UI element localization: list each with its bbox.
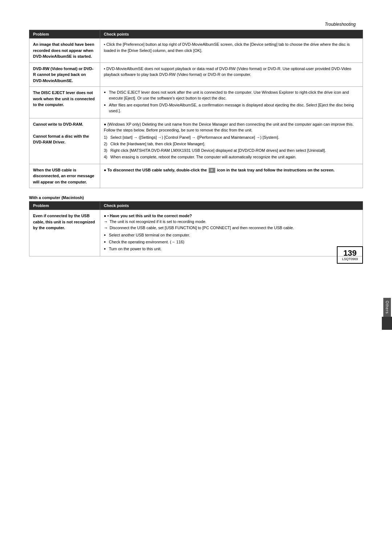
check-cell: The DISC EJECT lever does not work after… [100, 87, 363, 118]
page-number: 139 [342, 249, 358, 257]
mac-table: Problem Check points Even if connected b… [29, 201, 363, 256]
list-item: Check the operating environment. (→ 116) [104, 239, 359, 245]
arrow-item: → Disconnect the USB cable, set [USB FUN… [104, 225, 359, 231]
problem-cell: Even if connected by the USB cable, this… [29, 210, 100, 256]
problem-cell: An image that should have been recorded … [29, 39, 100, 63]
mac-col2-header: Check points [100, 202, 363, 210]
check-list: Select another USB terminal on the compu… [104, 232, 359, 252]
check-cell: • Click the [Preference] button at top r… [100, 39, 363, 63]
sidebar-block [382, 317, 392, 330]
main-table: Problem Check points An image that shoul… [29, 30, 363, 188]
problem-cell: Cannot write to DVD-RAM. Cannot format a… [29, 118, 100, 164]
check-cell: ● • Have you set this unit to the correc… [100, 210, 363, 256]
list-item: Select another USB terminal on the compu… [104, 232, 359, 238]
list-item: 1)Select [start] → ([Settings] →) [Contr… [104, 135, 359, 141]
page-code: LSQT0969 [342, 257, 358, 261]
list-item: Turn on the power to this unit. [104, 246, 359, 252]
sidebar-tab: Others [382, 298, 392, 330]
table-row: DVD-RW (Video format) or DVD-R cannot be… [29, 62, 363, 87]
problem-cell: DVD-RW (Video format) or DVD-R cannot be… [29, 62, 100, 87]
col1-header: Problem [29, 30, 100, 39]
page-title: Troubleshooting [29, 22, 363, 27]
list-item: 4)When erasing is complete, reboot the c… [104, 154, 359, 160]
numbered-list: 1)Select [start] → ([Settings] →) [Contr… [104, 135, 359, 160]
table-row: The DISC EJECT lever does not work when … [29, 87, 363, 118]
sidebar-label: Others [383, 298, 391, 317]
list-item: 2)Click the [Hardware] tab, then click [… [104, 141, 359, 147]
page-container: Troubleshooting Problem Check points An … [0, 0, 392, 285]
list-item: After files are exported from DVD-MovieA… [104, 102, 359, 114]
table-row: Cannot write to DVD-RAM. Cannot format a… [29, 118, 363, 164]
check-cell: • DVD-MovieAlbumSE does not support play… [100, 62, 363, 87]
check-cell: ● (Windows XP only) Deleting the unit na… [100, 118, 363, 164]
table-row: Even if connected by the USB cable, this… [29, 210, 363, 256]
usb-icon: ⊞ [209, 168, 215, 173]
arrow-item: → The unit is not recognized if it is se… [104, 219, 359, 225]
list-item: 3)Right click [MATSHITA DVD-RAM LMXK1931… [104, 148, 359, 154]
mac-col1-header: Problem [29, 202, 100, 210]
check-list: The DISC EJECT lever does not work after… [104, 90, 359, 114]
list-item: The DISC EJECT lever does not work after… [104, 90, 359, 101]
col2-header: Check points [100, 30, 363, 39]
check-cell: ● To disconnect the USB cable safely, do… [100, 164, 363, 188]
page-number-box: 139 LSQT0969 [337, 246, 363, 264]
problem-cell: The DISC EJECT lever does not work when … [29, 87, 100, 118]
mac-section-heading: With a computer (Macintosh) [29, 195, 363, 200]
table-row: An image that should have been recorded … [29, 39, 363, 63]
problem-cell: When the USB cable is disconnected, an e… [29, 164, 100, 188]
table-row: When the USB cable is disconnected, an e… [29, 164, 363, 188]
